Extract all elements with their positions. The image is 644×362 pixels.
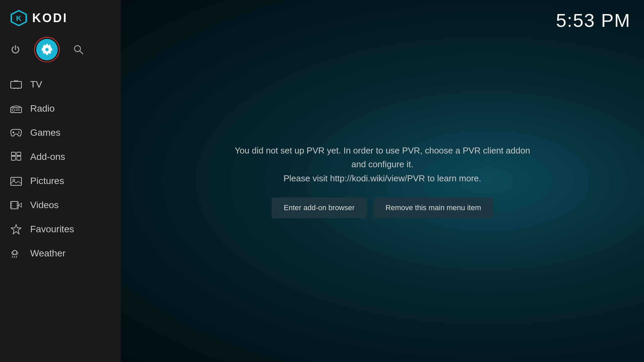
sidebar-item-favourites[interactable]: Favourites — [0, 217, 121, 241]
sidebar-item-tv[interactable]: TV — [0, 72, 121, 97]
svg-line-42 — [16, 256, 17, 258]
main-content: 5:53 PM You did not set up PVR yet. In o… — [121, 0, 644, 362]
weather-icon — [10, 247, 22, 259]
svg-marker-37 — [18, 203, 21, 207]
pictures-icon — [10, 175, 22, 187]
svg-rect-22 — [17, 156, 21, 160]
pvr-buttons: Enter add-on browser Remove this main me… — [272, 197, 493, 218]
pvr-message-line2: Please visit http://kodi.wiki/view/PVR t… — [283, 173, 481, 183]
pvr-message: You did not set up PVR yet. In order to … — [231, 144, 533, 186]
svg-rect-8 — [11, 81, 21, 88]
sidebar-item-weather[interactable]: Weather — [0, 241, 121, 265]
svg-rect-24 — [17, 152, 21, 156]
svg-line-40 — [12, 256, 13, 258]
favourites-icon — [10, 223, 22, 235]
remove-menu-item-button[interactable]: Remove this main menu item — [373, 197, 493, 218]
tv-icon — [10, 78, 22, 90]
sidebar-item-weather-label: Weather — [30, 248, 65, 259]
svg-text:K: K — [16, 14, 21, 22]
svg-point-19 — [18, 131, 19, 132]
svg-rect-13 — [11, 107, 21, 113]
kodi-logo-icon: K — [10, 9, 28, 27]
svg-rect-23 — [11, 152, 15, 156]
sidebar-item-radio[interactable]: Radio — [0, 97, 121, 121]
sidebar-item-addons-label: Add-ons — [30, 152, 65, 162]
sidebar-item-favourites-label: Favourites — [30, 224, 74, 235]
sidebar-item-addons[interactable]: Add-ons — [0, 145, 121, 169]
svg-point-14 — [12, 109, 15, 111]
svg-rect-25 — [11, 177, 21, 185]
games-icon — [10, 127, 22, 139]
sidebar-item-videos-label: Videos — [30, 200, 59, 210]
svg-rect-21 — [11, 156, 15, 160]
clock: 5:53 PM — [556, 9, 631, 31]
sidebar-item-tv-label: TV — [30, 79, 42, 90]
pvr-content-area: You did not set up PVR yet. In order to … — [121, 0, 644, 362]
sidebar-item-pictures-label: Pictures — [30, 176, 64, 186]
settings-button-wrapper[interactable] — [34, 37, 60, 62]
pvr-message-line1: You did not set up PVR yet. In order to … — [235, 145, 530, 170]
app-title: KODI — [32, 11, 68, 25]
svg-line-41 — [14, 256, 15, 258]
settings-circle — [36, 39, 58, 60]
sidebar: K KODI — [0, 0, 121, 362]
svg-line-7 — [80, 51, 83, 54]
radio-icon — [10, 103, 22, 115]
top-icons-bar — [0, 34, 121, 69]
enter-addon-browser-button[interactable]: Enter add-on browser — [272, 197, 367, 218]
svg-marker-38 — [11, 225, 21, 234]
sidebar-item-pictures[interactable]: Pictures — [0, 169, 121, 193]
videos-icon — [10, 199, 22, 211]
addons-icon — [10, 151, 22, 163]
sidebar-item-radio-label: Radio — [30, 103, 55, 114]
search-button[interactable] — [73, 44, 84, 55]
nav-menu: TV Radio — [0, 69, 121, 362]
power-button[interactable] — [10, 44, 21, 55]
sidebar-item-games[interactable]: Games — [0, 121, 121, 145]
logo-area: K KODI — [0, 0, 121, 34]
svg-point-20 — [18, 133, 19, 134]
sidebar-item-games-label: Games — [30, 127, 60, 138]
sidebar-item-videos[interactable]: Videos — [0, 193, 121, 217]
svg-point-5 — [45, 48, 49, 51]
